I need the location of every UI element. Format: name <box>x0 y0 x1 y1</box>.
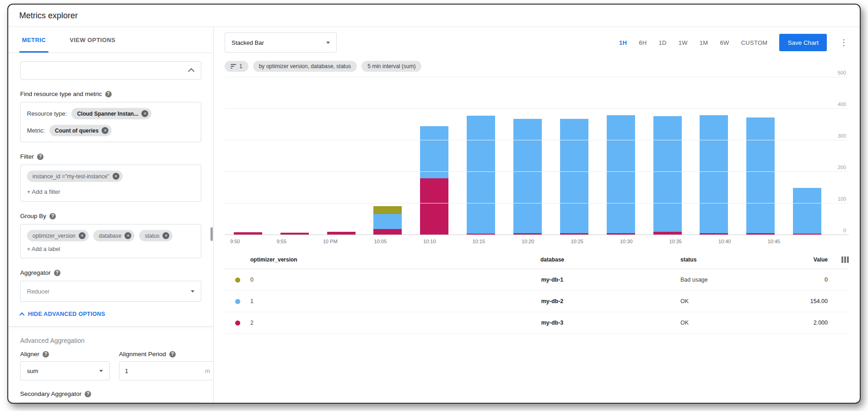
group-by-chip-optimizer_version[interactable]: optimizer_version <box>27 230 89 241</box>
metric-collapse-header[interactable] <box>20 61 201 80</box>
time-range-1d[interactable]: 1D <box>658 39 666 46</box>
bar-segment-optimizer_version-1 <box>746 117 775 233</box>
group-by-summary-chip[interactable]: by optimizer version, database, status <box>253 61 357 72</box>
group-by-chip-status[interactable]: status <box>139 230 173 241</box>
aggregator-select[interactable]: Reducer <box>20 281 201 302</box>
alignment-period-input[interactable]: 1 m <box>119 361 213 380</box>
col-optimizer-version[interactable]: optimizer_version <box>250 256 424 263</box>
aligner-label: Aligner <box>20 351 39 358</box>
bar-3[interactable] <box>373 77 402 235</box>
filter-count: 1 <box>239 63 243 69</box>
help-icon[interactable] <box>85 391 91 397</box>
aligner-value: sum <box>27 368 38 374</box>
find-metric-label: Find resource type and metric <box>20 91 201 97</box>
alignment-period-value: 1 <box>125 368 128 374</box>
series-color-dot <box>235 320 240 326</box>
x-tick-label: 10:45 <box>767 239 780 247</box>
group-by-chip-database[interactable]: database <box>93 230 135 241</box>
columns-icon[interactable] <box>841 256 849 263</box>
y-tick-label: 300 <box>838 133 846 139</box>
metric-chip[interactable]: Count of queries <box>49 125 112 136</box>
stacked-bar-chart: 0100200300400500 9:509:5510 PM10:0510:10… <box>225 77 849 247</box>
bar-segment-optimizer_version-1 <box>513 119 542 233</box>
filter-count-chip[interactable]: 1 <box>225 61 248 72</box>
remove-filter-icon[interactable] <box>113 173 119 180</box>
bar-1[interactable] <box>280 77 309 235</box>
remove-chip-icon[interactable] <box>124 232 131 239</box>
bar-10[interactable] <box>700 77 728 235</box>
bar-segment-optimizer_version-2 <box>420 178 448 235</box>
time-range-6h[interactable]: 6H <box>639 39 647 46</box>
hide-advanced-options-link[interactable]: HIDE ADVANCED OPTIONS <box>20 311 201 317</box>
time-range-1h[interactable]: 1H <box>619 39 627 46</box>
col-database[interactable]: database <box>424 256 680 263</box>
help-icon[interactable] <box>105 91 112 97</box>
add-filter-link[interactable]: + Add a filter <box>27 188 60 195</box>
bar-9[interactable] <box>653 77 682 235</box>
x-tick-label: 10:10 <box>423 239 436 247</box>
remove-resource-icon[interactable] <box>141 110 148 117</box>
legend-row-1[interactable]: 1my-db-2OK154.00 <box>225 291 849 312</box>
resource-type-chip[interactable]: Cloud Spanner Instan... <box>71 108 151 119</box>
bar-segment-optimizer_version-1 <box>700 115 728 233</box>
legend-row-2[interactable]: 2my-db-3OK2.000 <box>225 312 849 334</box>
more-options-icon[interactable] <box>839 37 849 48</box>
help-icon[interactable] <box>169 351 176 358</box>
save-chart-button[interactable]: Save Chart <box>779 34 827 51</box>
x-tick-label: 10:15 <box>472 239 485 247</box>
bar-segment-optimizer_version-1 <box>560 119 588 233</box>
aggregator-value: Reducer <box>27 288 49 295</box>
aligner-field: Aligner sum <box>20 351 110 380</box>
filter-chip[interactable]: instance_id ="my-test-instance" <box>27 171 123 182</box>
tab-metric[interactable]: METRIC <box>22 27 46 53</box>
time-range-6w[interactable]: 6W <box>720 39 729 46</box>
secondary-aggregator-select[interactable]: none <box>20 402 199 403</box>
col-status[interactable]: status <box>680 256 759 263</box>
toolbar-right: 1H6H1D1W1M6WCUSTOM Save Chart <box>619 34 849 51</box>
legend-row-0[interactable]: 0my-db-1Bad usage0 <box>225 269 849 291</box>
chip-label: status <box>145 233 159 239</box>
help-icon[interactable] <box>49 213 56 219</box>
bar-8[interactable] <box>607 77 635 235</box>
cell-value: 0 <box>759 277 828 283</box>
alignment-period-unit: m <box>205 368 210 374</box>
time-range-custom[interactable]: CUSTOM <box>741 39 768 46</box>
alignment-period-label: Alignment Period <box>119 351 166 358</box>
chart-bars <box>225 77 830 235</box>
group-by-label-text: Group By <box>20 213 46 219</box>
col-value[interactable]: Value <box>759 256 828 263</box>
remove-metric-icon[interactable] <box>102 127 108 134</box>
x-tick-label: 9:50 <box>230 239 240 247</box>
filter-box: instance_id ="my-test-instance" + Add a … <box>20 165 201 202</box>
interval-summary-chip[interactable]: 5 min interval (sum) <box>361 61 421 72</box>
bar-6[interactable] <box>513 77 542 235</box>
tab-view-options[interactable]: VIEW OPTIONS <box>70 27 115 53</box>
bar-7[interactable] <box>560 77 588 235</box>
bar-12[interactable] <box>793 77 821 235</box>
chevron-up-icon[interactable] <box>188 68 194 75</box>
chip-label: Count of queries <box>55 128 98 134</box>
time-range-1w[interactable]: 1W <box>679 39 688 46</box>
x-tick-label: 10:20 <box>522 239 534 247</box>
add-label-link[interactable]: + Add a label <box>27 246 60 252</box>
chart-plot: 0100200300400500 <box>225 77 849 235</box>
secondary-aggregator-label: Secondary Aggregator <box>20 390 81 397</box>
aligner-select[interactable]: sum <box>20 361 110 380</box>
resource-metric-box: Resource type: Cloud Spanner Instan... M… <box>20 102 201 142</box>
help-icon[interactable] <box>43 351 49 358</box>
time-range-1m[interactable]: 1M <box>700 39 708 46</box>
legend-rows: 0my-db-1Bad usage01my-db-2OK154.002my-db… <box>225 269 849 334</box>
remove-chip-icon[interactable] <box>79 232 86 239</box>
chart-type-select[interactable]: Stacked Bar <box>225 32 337 53</box>
series-color-dot <box>235 278 240 283</box>
bar-11[interactable] <box>746 77 775 235</box>
help-icon[interactable] <box>37 154 43 160</box>
bar-5[interactable] <box>467 77 495 235</box>
help-icon[interactable] <box>54 270 60 276</box>
remove-chip-icon[interactable] <box>162 232 169 239</box>
cell-value: 154.00 <box>759 298 828 304</box>
bar-0[interactable] <box>234 77 262 235</box>
dropdown-arrow-icon <box>326 42 330 44</box>
bar-2[interactable] <box>327 77 356 235</box>
bar-4[interactable] <box>420 77 448 235</box>
